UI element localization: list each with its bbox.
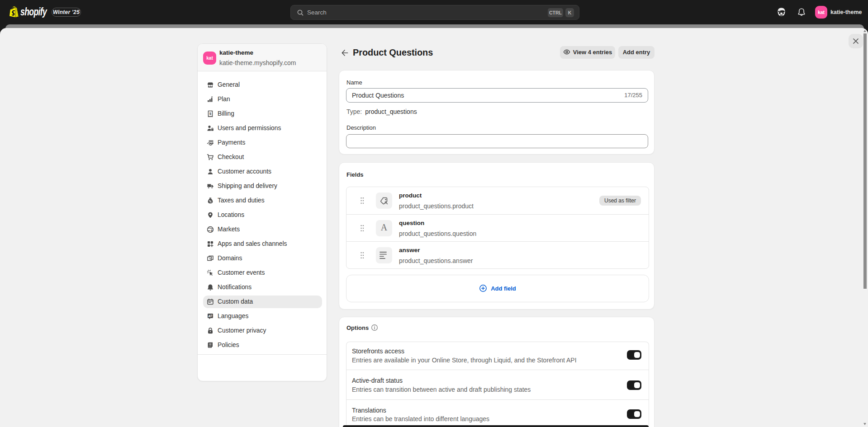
svg-text:$: $ <box>209 112 212 116</box>
svg-text:文: 文 <box>210 314 213 317</box>
